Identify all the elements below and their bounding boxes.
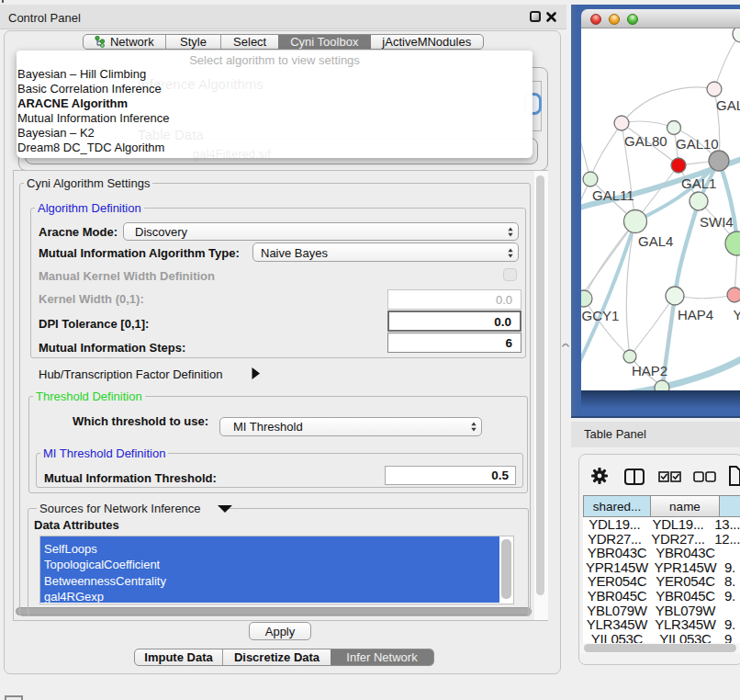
svg-text:HAP2: HAP2 bbox=[632, 363, 667, 378]
svg-text:YE: YE bbox=[734, 307, 740, 322]
svg-text:GAL10: GAL10 bbox=[676, 136, 719, 152]
svg-text:GCY1: GCY1 bbox=[582, 308, 620, 323]
svg-text:GAL1: GAL1 bbox=[681, 175, 716, 191]
svg-text:GAL80: GAL80 bbox=[624, 133, 667, 149]
svg-text:GAL2: GAL2 bbox=[716, 97, 740, 113]
svg-text:GAL4: GAL4 bbox=[638, 233, 673, 249]
svg-text:HAP4: HAP4 bbox=[678, 307, 713, 322]
svg-text:GAL11: GAL11 bbox=[592, 187, 634, 203]
svg-text:SWI4: SWI4 bbox=[700, 214, 734, 230]
